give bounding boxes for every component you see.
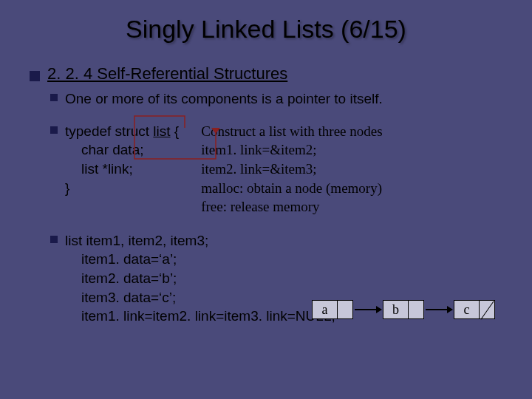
node-c-link <box>480 301 494 318</box>
sub-point-1-text: One or more of its components is a point… <box>65 89 383 109</box>
slide: Singly Linked Lists (6/15) 2. 2. 4 Self-… <box>0 0 532 399</box>
construct-line-2: item1. link=&item2; <box>201 140 502 160</box>
decl-line-5: item1. link=item2. link=item3. link=NULL… <box>81 307 335 326</box>
slide-title: Singly Linked Lists (6/15) <box>30 15 502 44</box>
arrow-icon <box>426 309 452 310</box>
square-bullet-icon <box>30 71 40 81</box>
node-b: b <box>383 300 424 319</box>
node-b-link <box>409 301 423 318</box>
decl-line-1: list item1, item2, item3; <box>65 231 335 250</box>
typedef-line-3: list *link; <box>81 160 179 179</box>
typedef-block: typedef struct list { char data; list *l… <box>50 122 179 216</box>
arrow-icon <box>355 309 381 310</box>
section-heading: 2. 2. 4 Self-Referential Structures <box>30 64 502 83</box>
null-slash-icon <box>480 301 494 319</box>
construct-line-5: free: release memory <box>201 197 502 216</box>
square-bullet-icon <box>50 94 58 101</box>
node-c-data: c <box>454 301 480 318</box>
construct-line-4: malloc: obtain a node (memory) <box>201 179 502 198</box>
node-a: a <box>312 300 353 319</box>
typedef-line-1: typedef struct list { <box>65 122 179 141</box>
node-b-data: b <box>383 301 409 318</box>
typedef-line-4: } <box>65 179 179 198</box>
node-a-link <box>338 301 352 318</box>
section-text: 2. 2. 4 Self-Referential Structures <box>47 64 287 83</box>
node-a-data: a <box>313 301 338 318</box>
decl-line-2: item1. data=‘a’; <box>81 250 335 269</box>
linked-list-diagram: a b c <box>312 300 495 319</box>
decl-line-4: item3. data=‘c’; <box>81 288 335 307</box>
node-c: c <box>454 300 495 319</box>
typedef-line-2: char data; <box>81 140 179 160</box>
decl-line-3: item2. data=‘b’; <box>81 269 335 288</box>
construct-line-1: Construct a list with three nodes <box>201 122 502 141</box>
construct-line-3: item2. link=&item3; <box>201 160 502 179</box>
square-bullet-icon <box>50 236 58 243</box>
square-bullet-icon <box>50 126 58 134</box>
typedef-row: typedef struct list { char data; list *l… <box>50 122 502 216</box>
sub-point-1: One or more of its components is a point… <box>50 89 502 109</box>
construct-block: Construct a list with three nodes item1.… <box>201 122 502 216</box>
